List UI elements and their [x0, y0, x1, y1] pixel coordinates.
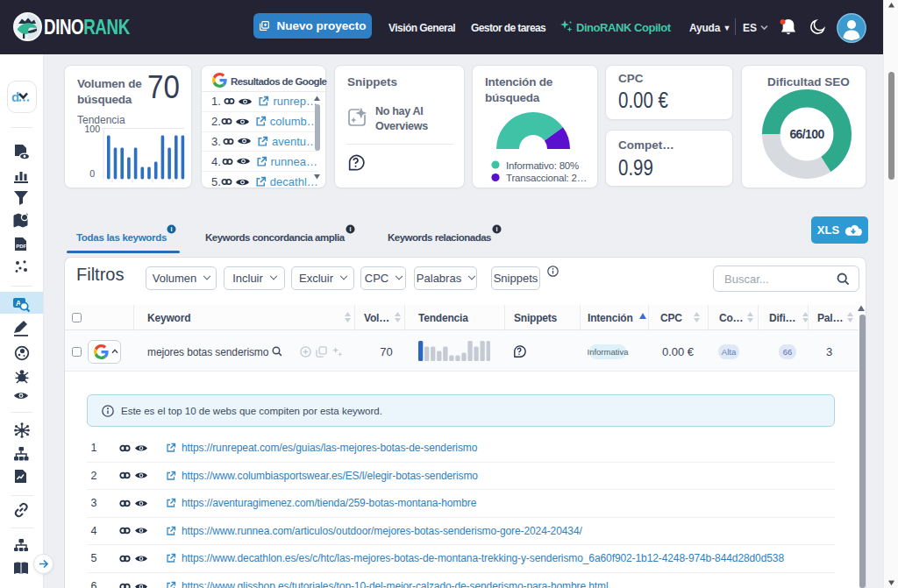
svg-text:66/100: 66/100	[789, 127, 824, 141]
svg-text:PDF: PDF	[16, 244, 26, 249]
svg-text:Informativo: 80%: Informativo: 80%	[506, 160, 579, 171]
svg-text:100: 100	[84, 125, 100, 134]
svg-text:i: i	[170, 225, 172, 233]
svg-text:Transaccional: 2…: Transaccional: 2…	[506, 173, 587, 183]
svg-text:i: i	[349, 225, 351, 233]
svg-text:i: i	[495, 225, 497, 233]
svg-text:0: 0	[89, 168, 95, 179]
